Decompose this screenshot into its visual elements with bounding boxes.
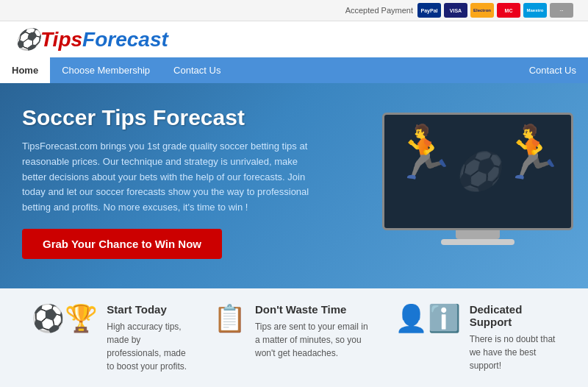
navigation: Home Choose Membership Contact Us Contac… (0, 57, 588, 83)
accepted-payment-label: Accepted Payment (345, 6, 413, 15)
other-payment-icon: ··· (550, 3, 573, 18)
feature-start-title: Start Today (107, 303, 193, 316)
monitor-base (441, 239, 514, 245)
maestro-icon: Maestro (523, 3, 547, 18)
hero-section: Soccer Tips Forecast TipsForecast.com br… (0, 83, 588, 288)
support-icon: 👤ℹ️ (395, 303, 461, 334)
nav-right: Contact Us (517, 57, 588, 83)
logo-suffix: Forecast (82, 28, 168, 51)
logo-prefix: Tips (40, 28, 82, 51)
feature-nowaste-content: Don't Waste Time Tips are sent to your e… (255, 303, 375, 360)
visa-icon: VISA (444, 3, 467, 18)
hero-content: Soccer Tips Forecast TipsForecast.com br… (22, 105, 316, 259)
logo-bar: ⚽TipsForecast (0, 21, 588, 57)
nav-left: Home Choose Membership Contact Us (0, 57, 232, 83)
nav-contact-right[interactable]: Contact Us (517, 57, 588, 83)
nav-contact-left[interactable]: Contact Us (162, 57, 232, 83)
feature-nowaste-desc: Tips are sent to your email in a matter … (255, 320, 375, 360)
feature-support-desc: There is no doubt that we have the best … (470, 333, 556, 372)
feature-start-content: Start Today High accuracy tips, made by … (107, 303, 193, 373)
feature-nowaste-title: Don't Waste Time (255, 303, 375, 316)
logo-icon: ⚽ (15, 28, 40, 51)
feature-support: 👤ℹ️ Dedicated Support There is no doubt … (395, 303, 556, 372)
watermark: ⚽ (455, 150, 501, 193)
clipboard-icon: 📋 (213, 303, 246, 334)
site-logo[interactable]: ⚽TipsForecast (15, 27, 168, 52)
features-section: ⚽🏆 Start Today High accuracy tips, made … (0, 288, 588, 387)
electron-icon: Electron (470, 3, 494, 18)
hero-monitor: 🏃 🏃 ⚽ (382, 113, 573, 245)
monitor-neck (456, 230, 500, 239)
paypal-icon: PayPal (417, 3, 441, 18)
feature-support-content: Dedicated Support There is no doubt that… (470, 303, 556, 372)
top-bar: Accepted Payment PayPal VISA Electron MC… (0, 0, 588, 21)
payment-icons: PayPal VISA Electron MC Maestro ··· (417, 3, 573, 18)
mastercard-icon: MC (497, 3, 520, 18)
monitor-screen: 🏃 🏃 ⚽ (382, 113, 573, 230)
hero-description: TipsForecast.com brings you 1st grade qu… (22, 139, 316, 216)
player2-icon: 🏃 (500, 122, 564, 182)
player1-icon: 🏃 (392, 122, 456, 182)
nav-home[interactable]: Home (0, 57, 50, 83)
nav-membership[interactable]: Choose Membership (50, 57, 162, 83)
feature-start-desc: High accuracy tips, made by professional… (107, 320, 193, 373)
feature-support-title: Dedicated Support (470, 303, 556, 328)
soccer-ball-icon: ⚽🏆 (32, 303, 98, 334)
feature-no-waste: 📋 Don't Waste Time Tips are sent to your… (213, 303, 375, 360)
hero-cta-button[interactable]: Grab Your Chance to Win Now (22, 229, 222, 259)
feature-start-today: ⚽🏆 Start Today High accuracy tips, made … (32, 303, 193, 373)
hero-title: Soccer Tips Forecast (22, 105, 316, 130)
